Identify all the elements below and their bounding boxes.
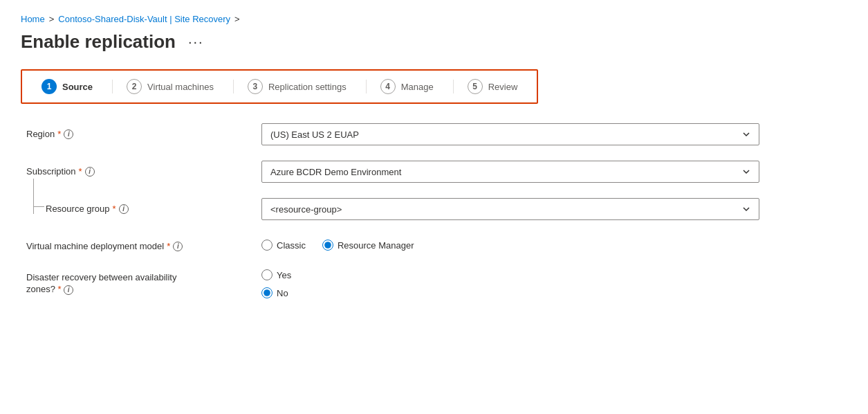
step-5-label: Review — [488, 82, 518, 92]
resource-group-row: Resource group * i <resource-group> — [26, 198, 847, 220]
disaster-recovery-yes-label: Yes — [277, 270, 291, 280]
resource-group-info-icon[interactable]: i — [119, 204, 129, 214]
step-separator-4 — [453, 80, 454, 93]
resource-group-input-col: <resource-group> — [261, 198, 847, 220]
disaster-recovery-yes-option[interactable]: Yes — [261, 269, 847, 280]
ellipsis-menu-button[interactable]: ··· — [184, 33, 208, 51]
subscription-label-col: Subscription * i — [26, 161, 261, 177]
disaster-recovery-no-label: No — [277, 288, 288, 298]
steps-navigation: 1 Source 2 Virtual machines 3 Replicatio… — [21, 69, 847, 104]
disaster-recovery-no-option[interactable]: No — [261, 287, 847, 298]
step-2-circle: 2 — [127, 79, 142, 94]
region-info-icon[interactable]: i — [64, 129, 73, 139]
page-title: Enable replication — [21, 31, 176, 53]
step-separator-3 — [366, 80, 367, 93]
disaster-recovery-yes-radio[interactable] — [261, 269, 273, 280]
vm-deployment-model-input-col: Classic Resource Manager — [261, 235, 847, 251]
vm-deployment-model-label: Virtual machine deployment model * i — [26, 241, 261, 251]
region-input-col: (US) East US 2 EUAPEast USWest USWest Eu… — [261, 123, 847, 145]
disaster-recovery-label: Disaster recovery between availability z… — [26, 272, 261, 295]
resource-group-dropdown[interactable]: <resource-group> — [261, 198, 759, 220]
step-separator-2 — [233, 80, 234, 93]
disaster-recovery-info-icon[interactable]: i — [64, 285, 73, 295]
deployment-model-classic-label: Classic — [277, 240, 306, 251]
deployment-model-classic-radio[interactable] — [261, 240, 273, 251]
step-separator-1 — [112, 80, 113, 93]
step-1-label: Source — [62, 82, 93, 92]
step-2-label: Virtual machines — [147, 82, 214, 92]
disaster-recovery-input-col: Yes No — [261, 267, 847, 298]
region-row: Region * i (US) East US 2 EUAPEast USWes… — [26, 123, 847, 145]
region-dropdown[interactable]: (US) East US 2 EUAPEast USWest USWest Eu… — [261, 123, 759, 145]
deployment-model-resource-manager-label: Resource Manager — [338, 240, 414, 251]
page-title-row: Enable replication ··· — [21, 31, 847, 53]
step-manage[interactable]: 4 Manage — [369, 75, 450, 98]
subscription-row: Subscription * i Azure BCDR Demo Environ… — [26, 161, 847, 183]
vm-deployment-model-row: Virtual machine deployment model * i Cla… — [26, 235, 847, 251]
disaster-recovery-row: Disaster recovery between availability z… — [26, 267, 847, 298]
subscription-input-col: Azure BCDR Demo Environment — [261, 161, 847, 183]
step-5-circle: 5 — [468, 79, 483, 94]
subscription-label: Subscription * i — [26, 166, 261, 177]
vm-deployment-model-info-icon[interactable]: i — [173, 242, 183, 251]
resource-group-label: Resource group * i — [46, 204, 261, 214]
step-1-circle: 1 — [41, 79, 57, 94]
region-label-col: Region * i — [26, 123, 261, 139]
deployment-model-classic-option[interactable]: Classic — [261, 240, 306, 251]
steps-row: 1 Source 2 Virtual machines 3 Replicatio… — [21, 69, 538, 104]
step-review[interactable]: 5 Review — [456, 75, 529, 98]
step-3-circle: 3 — [248, 79, 263, 94]
step-virtual-machines[interactable]: 2 Virtual machines — [116, 75, 230, 98]
region-label: Region * i — [26, 129, 261, 139]
subscription-dropdown[interactable]: Azure BCDR Demo Environment — [261, 161, 759, 183]
breadcrumb: Home > Contoso-Shared-Disk-Vault | Site … — [21, 14, 847, 24]
disaster-recovery-no-radio[interactable] — [261, 287, 273, 298]
step-replication-settings[interactable]: 3 Replication settings — [237, 75, 363, 98]
deployment-model-resource-manager-option[interactable]: Resource Manager — [322, 240, 414, 251]
step-4-label: Manage — [401, 82, 434, 92]
form-section: Region * i (US) East US 2 EUAPEast USWes… — [21, 123, 847, 298]
subscription-info-icon[interactable]: i — [85, 167, 95, 177]
breadcrumb-vault[interactable]: Contoso-Shared-Disk-Vault | Site Recover… — [58, 14, 230, 24]
vm-deployment-model-radio-group: Classic Resource Manager — [261, 235, 847, 251]
disaster-recovery-radio-group: Yes No — [261, 267, 847, 298]
breadcrumb-home[interactable]: Home — [21, 14, 45, 24]
vm-deployment-model-label-col: Virtual machine deployment model * i — [26, 235, 261, 251]
step-source[interactable]: 1 Source — [30, 75, 109, 98]
disaster-recovery-label-col: Disaster recovery between availability z… — [26, 267, 261, 295]
step-3-label: Replication settings — [268, 82, 347, 92]
step-4-circle: 4 — [380, 79, 396, 94]
deployment-model-resource-manager-radio[interactable] — [322, 240, 333, 251]
resource-group-label-col: Resource group * i — [26, 198, 261, 214]
